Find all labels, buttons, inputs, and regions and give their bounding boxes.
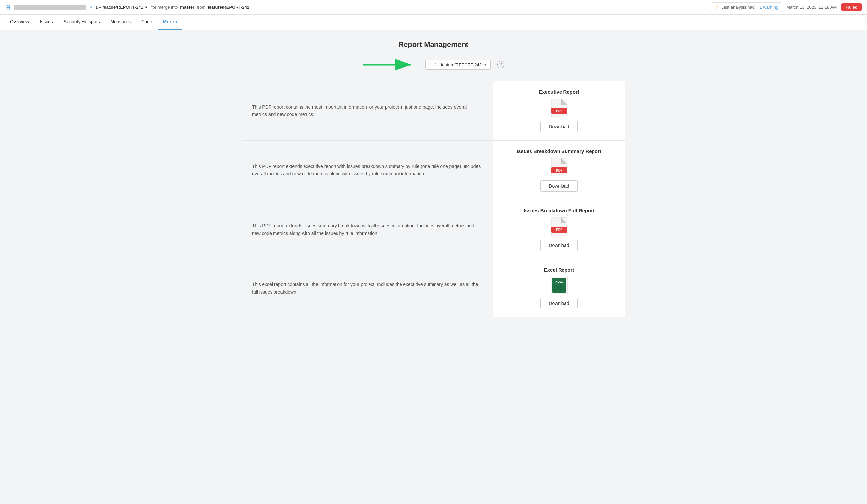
merge-info: for merge into master from feature/REPOR… xyxy=(151,4,249,10)
branch-icon-top: ⑂ xyxy=(89,4,92,10)
report-card-issues-breakdown-summary: Issues Breakdown Summary Report PDF Down… xyxy=(493,140,625,200)
nav-item-security-hotspots[interactable]: Security Hotspots xyxy=(59,14,105,30)
report-description-issues-breakdown-summary: This PDF report extends executive report… xyxy=(242,140,493,200)
report-description-excel: This excel report contains all the infor… xyxy=(242,259,493,317)
report-row-issues-breakdown-full: This PDF report extends issues summary b… xyxy=(242,200,625,259)
report-description-issues-breakdown-full: This PDF report extends issues summary b… xyxy=(242,200,493,259)
download-button-executive[interactable]: Download xyxy=(540,121,577,132)
branch-dropdown[interactable]: ⑂ 1 - feature/REPORT-242 ▾ xyxy=(425,60,491,69)
report-row-issues-breakdown-summary: This PDF report extends executive report… xyxy=(242,140,625,200)
svg-text:PDF: PDF xyxy=(556,109,563,113)
nav-item-measures[interactable]: Measures xyxy=(106,14,135,30)
top-bar: ⊞ ⑂ 1 – feature/REPORT-242 ▼ for merge i… xyxy=(0,0,867,14)
failed-badge: Failed xyxy=(841,3,862,11)
nav-item-issues[interactable]: Issues xyxy=(35,14,57,30)
help-icon[interactable]: ? xyxy=(497,61,504,68)
report-card-title-issues-breakdown-summary: Issues Breakdown Summary Report xyxy=(517,148,601,154)
pdf-icon-executive: PDF xyxy=(551,99,567,117)
pdf-icon-issues-breakdown-full: PDF xyxy=(551,217,567,236)
nav-item-overview[interactable]: Overview xyxy=(5,14,34,30)
warning-badge: ⚠ Last analysis had 1 warning xyxy=(711,2,782,12)
timestamp: March 13, 2023, 11:18 AM xyxy=(786,4,837,10)
svg-text:PDF: PDF xyxy=(556,169,563,172)
report-description-executive: This PDF report contains the most import… xyxy=(242,81,493,140)
report-card-executive: Executive Report PDF Download xyxy=(493,81,625,140)
report-card-excel: Excel Report XLSX Download xyxy=(493,259,625,317)
nav-item-more[interactable]: More ▾ xyxy=(158,14,181,30)
warning-icon: ⚠ xyxy=(715,4,719,10)
top-bar-right: ⚠ Last analysis had 1 warning March 13, … xyxy=(711,2,862,12)
download-button-issues-breakdown-full[interactable]: Download xyxy=(540,240,577,251)
nav-item-code[interactable]: Code xyxy=(137,14,157,30)
branch-selector-top[interactable]: 1 – feature/REPORT-242 ▼ xyxy=(95,4,148,10)
nav-bar: Overview Issues Security Hotspots Measur… xyxy=(0,14,867,30)
report-row-executive: This PDF report contains the most import… xyxy=(242,81,625,140)
project-name xyxy=(13,5,86,10)
main-content: Report Management ⑂ 1 - feature/REPORT-2… xyxy=(236,30,631,327)
download-button-issues-breakdown-summary[interactable]: Download xyxy=(540,180,577,192)
svg-text:XLSX: XLSX xyxy=(555,280,563,283)
branch-selector-row: ⑂ 1 - feature/REPORT-242 ▾ ? xyxy=(242,58,625,71)
xlsx-icon-excel: XLSX xyxy=(550,277,568,294)
report-card-issues-breakdown-full: Issues Breakdown Full Report PDF Downloa… xyxy=(493,200,625,259)
report-card-title-executive: Executive Report xyxy=(539,89,579,95)
report-card-title-excel: Excel Report xyxy=(544,267,574,273)
top-bar-left: ⊞ ⑂ 1 – feature/REPORT-242 ▼ for merge i… xyxy=(5,4,707,11)
warning-link[interactable]: 1 warning xyxy=(760,4,778,10)
report-row-excel: This excel report contains all the infor… xyxy=(242,259,625,317)
branch-icon-dropdown: ⑂ xyxy=(429,62,432,67)
svg-text:PDF: PDF xyxy=(556,228,563,232)
download-button-excel[interactable]: Download xyxy=(540,298,577,309)
green-arrow xyxy=(363,58,415,71)
report-card-title-issues-breakdown-full: Issues Breakdown Full Report xyxy=(524,208,595,213)
project-icon: ⊞ xyxy=(5,4,10,11)
reports-container: This PDF report contains the most import… xyxy=(242,81,625,317)
chevron-down-icon: ▾ xyxy=(175,20,177,24)
pdf-icon-issues-breakdown-summary: PDF xyxy=(551,158,567,176)
dropdown-chevron-icon: ▾ xyxy=(484,63,486,67)
page-title: Report Management xyxy=(242,40,625,49)
branch-dropdown-label: 1 - feature/REPORT-242 xyxy=(435,62,482,67)
